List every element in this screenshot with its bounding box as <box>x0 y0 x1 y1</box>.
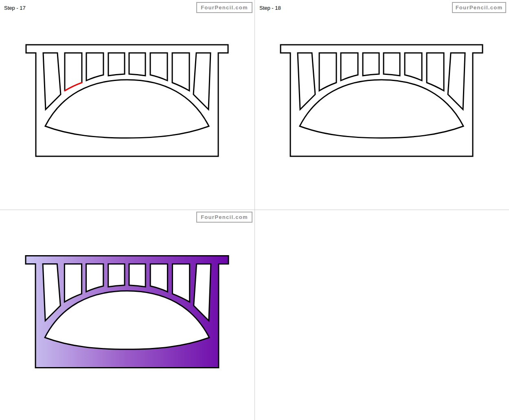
bridge-window <box>405 53 422 81</box>
fourpencil-watermark-badge: FourPencil.com <box>196 2 252 13</box>
step-18-label: Step - 18 <box>259 4 281 11</box>
bridge-window <box>65 53 82 91</box>
quadrant-divider-horizontal <box>0 210 509 210</box>
quadrant-divider-vertical <box>254 0 255 420</box>
bridge-window <box>341 53 358 81</box>
bridge-window <box>319 53 336 91</box>
bridge-window <box>427 53 444 91</box>
bridge-drawing-step17 <box>25 44 229 158</box>
bridge-window <box>193 53 211 109</box>
fourpencil-watermark-badge: FourPencil.com <box>452 2 506 13</box>
fourpencil-badge-text: FourPencil.com <box>201 4 248 11</box>
fourpencil-watermark-badge: FourPencil.com <box>196 212 252 223</box>
fourpencil-badge-text: FourPencil.com <box>456 4 503 11</box>
bridge-window <box>86 53 103 81</box>
bridge-window <box>43 53 61 109</box>
step-17-label-text: Step - 17 <box>4 5 26 11</box>
bridge-window <box>172 53 189 91</box>
bridge-deck-and-body-outline <box>281 45 483 156</box>
bridge-window <box>384 53 400 76</box>
tutorial-page: { "panels": { "step17": { "label": "Step… <box>0 0 509 420</box>
bridge-window <box>298 53 315 109</box>
bridge-window <box>363 53 379 76</box>
bridge-window <box>150 53 167 81</box>
bridge-drawing-final-colored <box>25 255 229 370</box>
step-18-label-text: Step - 18 <box>259 5 281 11</box>
fourpencil-badge-text: FourPencil.com <box>201 214 248 220</box>
bridge-drawing-step18 <box>280 44 483 158</box>
bridge-window <box>448 53 465 109</box>
step-17-label: Step - 17 <box>4 4 26 11</box>
bridge-colored-silhouette <box>26 256 228 368</box>
bridge-deck-and-body-outline <box>26 45 228 156</box>
bridge-window <box>129 53 145 76</box>
bridge-window <box>108 53 125 76</box>
step17-new-stroke-highlight <box>65 83 82 91</box>
